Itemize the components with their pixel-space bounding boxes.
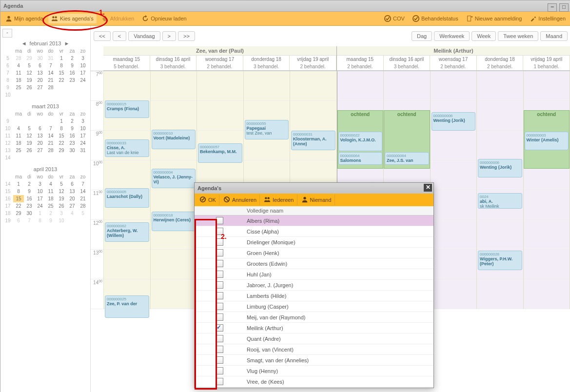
dialog-noone-button[interactable]: Niemand	[298, 195, 335, 205]
view-day-button[interactable]: Dag	[412, 31, 432, 41]
cal-day[interactable]: 26	[24, 84, 35, 91]
cal-day[interactable]: 7	[45, 125, 56, 132]
cal-day[interactable]: 27	[35, 147, 45, 154]
cal-day[interactable]: 28	[45, 147, 56, 154]
checkbox[interactable]	[216, 367, 223, 374]
cal-day[interactable]: 19	[56, 195, 67, 202]
agenda-row[interactable]: Smagt, van der (Annelies)	[195, 355, 433, 366]
cal-day[interactable]: 22	[56, 139, 67, 147]
cal-day[interactable]: 25	[13, 84, 24, 91]
cal-day[interactable]: 13	[35, 132, 45, 139]
agenda-row[interactable]: Meilink (Arthur)	[195, 323, 433, 333]
dialog-everyone-button[interactable]: Iedereen	[261, 195, 297, 205]
cal-day[interactable]: 21	[45, 139, 56, 147]
cal-day[interactable]: 14	[45, 132, 56, 139]
minimize-button[interactable]: −	[548, 3, 557, 12]
cal-day[interactable]	[45, 91, 56, 98]
cal-day[interactable]: 1	[35, 210, 45, 217]
agenda-row[interactable]: Groen (Henk)	[195, 248, 433, 258]
cal-day[interactable]: 28	[78, 202, 88, 210]
cal-day[interactable]: 3	[56, 210, 67, 217]
cal-day[interactable]: 4	[67, 210, 78, 217]
cal-day[interactable]	[35, 118, 45, 125]
mini-calendar[interactable]: ◄februari 2013►madiwodovrzazo52829303112…	[2, 40, 88, 98]
appointment[interactable]: 000000010Voort (Madeleine)	[152, 130, 196, 149]
status-button[interactable]: Behandelstatus	[410, 14, 461, 23]
nav-today-button[interactable]: Vandaag	[128, 31, 160, 41]
agenda-row[interactable]: Zee, van der (Paul)	[195, 387, 433, 388]
appointment[interactable]: 000000062Achterberg, W. (Willem)	[105, 222, 149, 242]
cal-day[interactable]	[56, 84, 67, 91]
appointment[interactable]: 000000033Cisse, A.Last van de knie	[105, 139, 149, 157]
day-header[interactable]: woensdag 17	[430, 56, 477, 63]
appointment[interactable]: 000000005Laarschot (Dally)	[105, 188, 149, 208]
cal-day[interactable]	[24, 91, 35, 98]
cal-day[interactable]: 1	[56, 55, 67, 62]
cal-day[interactable]	[67, 154, 78, 161]
cal-day[interactable]	[24, 118, 35, 125]
cal-day[interactable]: 22	[13, 202, 24, 210]
cal-day[interactable]: 1	[56, 118, 67, 125]
cal-day[interactable]: 14	[45, 69, 56, 77]
cal-day[interactable]	[35, 154, 45, 161]
checkbox[interactable]	[216, 335, 223, 342]
cal-day[interactable]: 27	[67, 202, 78, 210]
agenda-row[interactable]: Drielinger (Monique)	[195, 237, 433, 248]
view-twoweeks-button[interactable]: Twee weken	[498, 31, 538, 41]
cal-day[interactable]: 17	[35, 195, 45, 202]
cal-day[interactable]: 8	[35, 217, 45, 224]
cal-day[interactable]: 7	[45, 62, 56, 69]
cal-day[interactable]: 18	[45, 195, 56, 202]
checkbox[interactable]	[216, 378, 223, 385]
appointment[interactable]: 000000055Papegaaitest Zee, van	[245, 120, 289, 139]
day-header[interactable]: donderdag 18	[243, 56, 290, 63]
day-header[interactable]: woensdag 17	[197, 56, 243, 63]
nav-first-button[interactable]: <<	[94, 31, 111, 41]
cal-day[interactable]	[24, 154, 35, 161]
cal-day[interactable]: 11	[45, 188, 56, 195]
cal-day[interactable]: 11	[13, 69, 24, 77]
mini-calendar[interactable]: maart 2013madiwodovrzazo9123104567891011…	[2, 103, 88, 161]
cal-day[interactable]: 26	[56, 202, 67, 210]
cal-day[interactable]	[67, 91, 78, 98]
agenda-row[interactable]: Grooters (Edwin)	[195, 258, 433, 269]
checkbox[interactable]	[216, 228, 223, 235]
cal-day[interactable]: 23	[24, 202, 35, 210]
cal-day[interactable]: 31	[78, 147, 88, 154]
cal-day[interactable]	[67, 217, 78, 224]
day-column[interactable]: 000000010Voort (Madeleine)000000004Velas…	[151, 71, 197, 309]
cal-day[interactable]: 18	[13, 77, 24, 84]
day-header[interactable]: donderdag 18	[477, 56, 524, 63]
cal-day[interactable]: 8	[56, 125, 67, 132]
cal-day[interactable]: 16	[67, 69, 78, 77]
appointment[interactable]: 000000064Salomons	[338, 152, 383, 165]
agenda-row[interactable]: Quant (Andre)	[195, 333, 433, 344]
cal-prev-icon[interactable]: ◄	[21, 40, 27, 46]
nav-prev-button[interactable]: <	[113, 31, 126, 41]
cal-day[interactable]: 19	[24, 139, 35, 147]
maximize-button[interactable]: □	[559, 3, 569, 12]
cal-day[interactable]: 10	[78, 125, 88, 132]
agenda-row[interactable]: Lamberts (Hilde)	[195, 291, 433, 301]
agenda-row[interactable]: Cisse (Alpha)	[195, 226, 433, 237]
cal-day[interactable]: 30	[24, 210, 35, 217]
day-column[interactable]: ochtend000000003Winter (Amelis)	[524, 71, 570, 309]
appointment[interactable]: 000000057Bekenkamp, M.M.	[198, 143, 242, 163]
cal-day[interactable]	[13, 118, 24, 125]
checkbox[interactable]	[216, 260, 223, 267]
checkbox[interactable]	[216, 324, 223, 332]
checkbox[interactable]	[216, 238, 223, 246]
cal-day[interactable]: 30	[35, 55, 45, 62]
agenda-row[interactable]: Limburg (Casper)	[195, 301, 433, 312]
cal-day[interactable]: 4	[13, 62, 24, 69]
checkbox[interactable]	[216, 281, 223, 289]
cal-day[interactable]: 28	[45, 84, 56, 91]
cal-day[interactable]: 1	[13, 180, 24, 188]
checkbox[interactable]	[216, 314, 223, 321]
cal-day[interactable]: 14	[78, 188, 88, 195]
agenda-row[interactable]: Vree, de (Kees)	[195, 376, 433, 387]
cal-day[interactable]: 3	[78, 55, 88, 62]
appointment[interactable]: 000000006Wenting (Jorik)	[432, 112, 476, 131]
dialog-list[interactable]: Albers (Rima)Cisse (Alpha)Drielinger (Mo…	[195, 216, 433, 388]
cal-day[interactable]: 29	[24, 55, 35, 62]
